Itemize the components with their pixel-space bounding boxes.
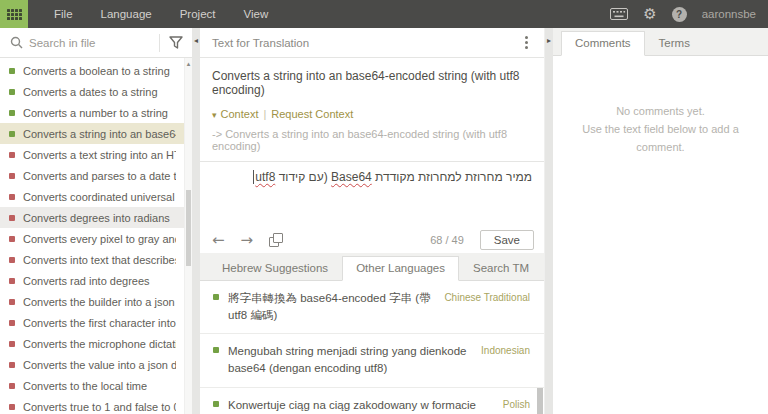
list-item[interactable]: Converts and parses to a date time (typ.…	[0, 165, 192, 186]
status-dot	[9, 215, 15, 221]
username[interactable]: aaronnsbe	[702, 8, 756, 20]
strings-list: Converts a boolean to a stringConverts a…	[0, 58, 192, 414]
menu-item-file[interactable]: File	[40, 0, 87, 28]
list-item-label: Converts true to 1 and false to 0	[23, 401, 176, 413]
translated-bullet-icon	[213, 294, 219, 300]
list-item[interactable]: Converts every pixel to gray and tints i…	[0, 228, 192, 249]
next-string-icon[interactable]: →	[241, 233, 254, 248]
tab-terms[interactable]: Terms	[645, 31, 704, 56]
save-button[interactable]: Save	[480, 230, 534, 250]
status-dot	[9, 89, 15, 95]
translation-segment: utf8	[253, 170, 275, 184]
request-context-link[interactable]: Request Context	[271, 108, 353, 120]
list-item[interactable]: Converts degrees into radians	[0, 207, 192, 228]
list-item-label: Converts to the local time	[23, 380, 147, 392]
list-item-label: Converts into text that describes the el…	[23, 254, 176, 266]
help-icon[interactable]: ?	[672, 7, 687, 22]
main-body: Converts a boolean to a stringConverts a…	[0, 28, 768, 414]
list-item[interactable]: Converts the first character into the ch…	[0, 312, 192, 333]
status-dot	[9, 257, 15, 263]
list-item-label: Converts coordinated universal time	[23, 191, 176, 203]
list-item-label: Converts degrees into radians	[23, 212, 170, 224]
list-item-label: Converts and parses to a date time (typ.…	[23, 170, 176, 182]
status-dot	[9, 236, 15, 242]
top-menu-bar: FileLanguageProjectView ⚙ ? aaronnsbe	[0, 0, 768, 28]
list-item-label: Converts the microphone dictation to t..…	[23, 338, 176, 350]
menu-item-language[interactable]: Language	[87, 0, 166, 28]
menu-item-view[interactable]: View	[230, 0, 283, 28]
translated-bullet-icon	[213, 401, 219, 407]
suggestion-text: Mengubah string menjadi string yang dien…	[228, 343, 472, 376]
suggestion-language: Indonesian	[481, 343, 530, 356]
status-dot	[9, 68, 15, 74]
list-item[interactable]: Converts the value into a json data stru…	[0, 354, 192, 375]
list-item[interactable]: Converts the builder into a json data st…	[0, 291, 192, 312]
status-dot	[9, 299, 15, 305]
translation-segment: ממיר מחרוזת למחרוזת מקודדת	[372, 170, 532, 184]
menu-item-project[interactable]: Project	[166, 0, 230, 28]
context-value: -> Converts a string into an base64-enco…	[212, 128, 532, 152]
strings-sidebar: Converts a boolean to a stringConverts a…	[0, 28, 192, 414]
list-item-label: Converts rad into degrees	[23, 275, 150, 287]
app-window: FileLanguageProjectView ⚙ ? aaronnsbe	[0, 0, 768, 414]
tab-hebrew-suggestions[interactable]: Hebrew Suggestions	[208, 256, 342, 281]
list-item-label: Converts the value into a json data stru…	[23, 359, 176, 371]
collapse-right-panel-handle[interactable]: ▸	[545, 28, 553, 414]
scroll-up-icon[interactable]: ▴	[185, 60, 192, 68]
collapse-left-panel-handle[interactable]: ◂	[192, 28, 200, 414]
tab-comments[interactable]: Comments	[561, 31, 645, 56]
context-link-divider: |	[263, 108, 266, 120]
suggestions-tabbar: Hebrew SuggestionsOther LanguagesSearch …	[200, 253, 544, 281]
app-grid-icon[interactable]	[0, 0, 28, 28]
list-item[interactable]: Converts coordinated universal time	[0, 186, 192, 207]
list-item[interactable]: Converts a string into an base64-encod..…	[0, 123, 192, 144]
list-item-label: Converts the builder into a json data st…	[23, 296, 176, 308]
list-item[interactable]: Converts a number to a string	[0, 102, 192, 123]
list-item-label: Converts the first character into the ch…	[23, 317, 176, 329]
list-item-label: Converts a number to a string	[23, 107, 168, 119]
filter-funnel-icon[interactable]	[160, 28, 192, 57]
keyboard-shortcuts-icon[interactable]	[610, 8, 628, 20]
list-item[interactable]: Converts a dates to a string	[0, 81, 192, 102]
kebab-menu-icon[interactable]	[521, 32, 532, 53]
list-item[interactable]: Converts into text that describes the el…	[0, 249, 192, 270]
gear-icon[interactable]: ⚙	[643, 7, 656, 22]
editor-toolbar: ← → 68 / 49 Save	[200, 227, 544, 253]
suggestion-row[interactable]: 將字串轉換為 base64-encoded 字串 (帶 utf8 編碼)Chin…	[200, 281, 544, 334]
caret-down-icon: ▾	[212, 110, 217, 120]
list-item[interactable]: Converts a text string into an HTML-en..…	[0, 144, 192, 165]
scrollbar-thumb[interactable]	[186, 190, 191, 266]
char-counter: 68 / 49	[430, 234, 464, 246]
search-bar	[0, 28, 192, 58]
copy-source-icon[interactable]	[269, 233, 283, 247]
context-row: ▾Context|Request Context	[212, 108, 532, 120]
empty-state-line2: Use the text field below to add a commen…	[571, 120, 750, 156]
list-item[interactable]: Converts the microphone dictation to t..…	[0, 333, 192, 354]
status-dot	[9, 362, 15, 368]
status-dot	[9, 173, 15, 179]
suggestion-row[interactable]: Konwertuje ciąg na ciąg zakodowany w for…	[200, 388, 544, 414]
comments-empty-state: No comments yet. Use the text field belo…	[553, 56, 768, 414]
tab-search-tm[interactable]: Search TM	[459, 256, 543, 281]
sidebar-scrollbar[interactable]: ▴	[184, 58, 192, 414]
suggestions-scrollbar-thumb[interactable]	[537, 388, 543, 414]
context-link[interactable]: Context	[221, 108, 259, 120]
search-input[interactable]	[23, 37, 159, 49]
status-dot	[9, 278, 15, 284]
list-item[interactable]: Converts rad into degrees	[0, 270, 192, 291]
list-item[interactable]: Converts true to 1 and false to 0	[0, 396, 192, 414]
translation-editor-panel: Text for Translation Converts a string i…	[200, 28, 545, 414]
list-item-label: Converts every pixel to gray and tints i…	[23, 233, 176, 245]
list-item[interactable]: Converts a boolean to a string	[0, 60, 192, 81]
suggestion-text: 將字串轉換為 base64-encoded 字串 (帶 utf8 編碼)	[228, 290, 435, 323]
comments-panel: CommentsTerms No comments yet. Use the t…	[553, 28, 768, 414]
list-item[interactable]: Converts to the local time	[0, 375, 192, 396]
topbar-right: ⚙ ? aaronnsbe	[610, 7, 768, 22]
list-item-label: Converts a text string into an HTML-en..…	[23, 149, 176, 161]
previous-string-icon[interactable]: ←	[212, 233, 225, 248]
translation-input[interactable]: ממיר מחרוזת למחרוזת מקודדת Base64 (עם קי…	[200, 162, 544, 227]
suggestion-row[interactable]: Mengubah string menjadi string yang dien…	[200, 334, 544, 387]
suggestion-language: Chinese Traditional	[444, 290, 530, 303]
tab-other-languages[interactable]: Other Languages	[342, 256, 459, 281]
translated-bullet-icon	[213, 347, 219, 353]
